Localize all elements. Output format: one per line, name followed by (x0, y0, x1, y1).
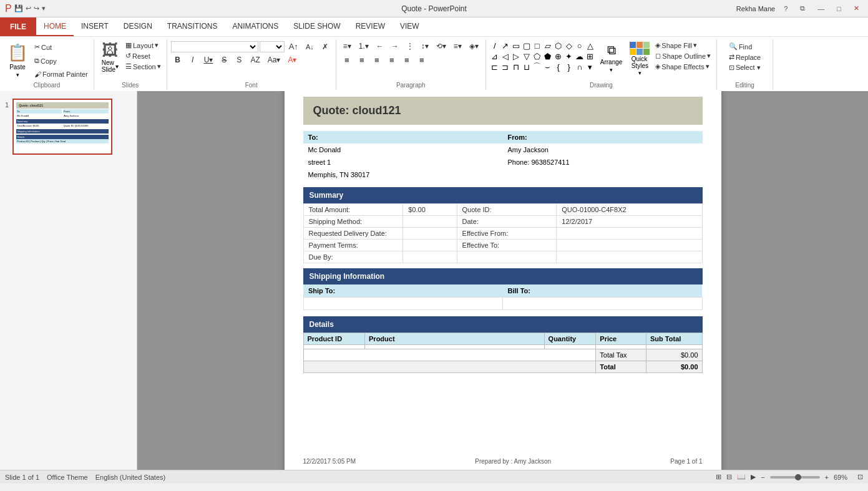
shape-round-rect[interactable]: ▢ (522, 41, 532, 51)
outdent-btn[interactable]: ← (373, 41, 387, 52)
italic-btn[interactable]: I (186, 54, 200, 66)
numbered-list-btn[interactable]: 1.▾ (356, 41, 372, 52)
bullet-list-btn[interactable]: ≡▾ (340, 41, 354, 52)
tab-file[interactable]: FILE (0, 17, 36, 36)
tab-review[interactable]: REVIEW (348, 17, 393, 36)
cut-button[interactable]: ✂ Cut (32, 42, 90, 52)
align-left-btn[interactable]: ≡ (340, 54, 354, 66)
restore-btn[interactable]: ⧉ (796, 4, 809, 12)
font-name-select[interactable] (171, 41, 258, 52)
shape-s9[interactable]: ∩ (575, 62, 585, 72)
shape-triangle[interactable]: △ (585, 41, 595, 51)
tab-slideshow[interactable]: SLIDE SHOW (286, 17, 348, 36)
shape-effects-button[interactable]: ◈ Shape Effects ▾ (653, 62, 713, 71)
canvas-area[interactable]: Quote: cloud121 To: From: Mc Donald Amy … (137, 91, 868, 470)
shape-s5[interactable]: ⌒ (532, 62, 542, 72)
fit-slide-btn[interactable]: ⊡ (857, 473, 863, 481)
shape-r2[interactable]: ◁ (500, 51, 510, 61)
shape-r1[interactable]: ⊿ (490, 51, 500, 61)
align-extra-btn[interactable]: ≡ (400, 54, 414, 66)
convert-smartart-btn[interactable]: ◈▾ (466, 41, 482, 52)
find-button[interactable]: 🔍 Find (727, 42, 754, 51)
tab-design[interactable]: DESIGN (116, 17, 160, 36)
zoom-plus-btn[interactable]: + (825, 474, 829, 481)
columns-btn[interactable]: ⋮ (403, 41, 417, 52)
close-btn[interactable]: ✕ (850, 4, 863, 12)
tab-view[interactable]: VIEW (393, 17, 427, 36)
shape-s3[interactable]: ⊓ (511, 62, 521, 72)
font-size-select[interactable] (260, 41, 285, 52)
select-button[interactable]: ⊡ Select ▾ (727, 63, 763, 72)
bold-btn[interactable]: B (171, 54, 185, 66)
clear-format-btn[interactable]: ✗ (318, 41, 332, 52)
tab-home[interactable]: HOME (36, 17, 74, 36)
zoom-slider[interactable] (770, 476, 820, 479)
shape-r9[interactable]: ☁ (575, 51, 585, 61)
undo-btn[interactable]: ↩ (26, 4, 31, 12)
tab-transitions[interactable]: TRANSITIONS (160, 17, 225, 36)
save-quick-btn[interactable]: 💾 (14, 4, 23, 12)
redo-btn[interactable]: ↪ (34, 4, 39, 12)
char-spacing-btn[interactable]: AZ (247, 54, 263, 66)
shape-s1[interactable]: ⊏ (490, 62, 500, 72)
shape-s6[interactable]: ⌣ (543, 62, 553, 72)
line-spacing-btn[interactable]: ↕▾ (418, 41, 432, 52)
shape-r3[interactable]: ▷ (511, 51, 521, 61)
replace-button[interactable]: ⇄ Replace (727, 52, 763, 62)
slideshow-btn[interactable]: ▶ (751, 473, 756, 481)
shape-r5[interactable]: ⬠ (532, 51, 542, 61)
font-color-btn[interactable]: A▾ (285, 54, 300, 66)
increase-font-btn[interactable]: A↑ (286, 41, 301, 52)
zoom-minus-btn[interactable]: − (761, 474, 764, 481)
indent-btn[interactable]: → (388, 41, 402, 52)
new-slide-button[interactable]: 🖼 NewSlide ▾ (98, 41, 122, 74)
help-btn[interactable]: ? (780, 5, 791, 12)
section-button[interactable]: ☰ Section ▾ (124, 62, 163, 71)
change-case-btn[interactable]: Aa▾ (265, 54, 284, 66)
reset-button[interactable]: ↺ Reset (124, 51, 163, 61)
shape-outline-button[interactable]: ◻ Shape Outline ▾ (653, 51, 713, 61)
shape-r10[interactable]: ⊞ (585, 51, 595, 61)
align-center-btn[interactable]: ≡ (355, 54, 369, 66)
reading-view-btn[interactable]: 📖 (737, 473, 746, 481)
tab-insert[interactable]: INSERT (74, 17, 116, 36)
quick-styles-button[interactable]: QuickStyles ▾ (627, 41, 652, 77)
slide-canvas[interactable]: Quote: cloud121 To: From: Mc Donald Amy … (285, 91, 721, 470)
shape-r7[interactable]: ⊕ (553, 51, 563, 61)
layout-button[interactable]: ▦ Layout ▾ (124, 41, 163, 50)
format-painter-button[interactable]: 🖌 Format Painter (32, 70, 90, 79)
minimize-btn[interactable]: — (814, 5, 828, 12)
text-direction-btn[interactable]: ⟲▾ (433, 41, 449, 52)
shape-s7[interactable]: { (553, 62, 563, 72)
arrange-button[interactable]: ⧉ Arrange ▾ (597, 41, 627, 75)
copy-button[interactable]: ⧉ Copy (32, 56, 90, 66)
shape-s10[interactable]: ▾ (585, 62, 595, 72)
underline-btn[interactable]: U▾ (201, 54, 217, 66)
normal-view-btn[interactable]: ⊞ (716, 473, 721, 481)
shape-s2[interactable]: ⊐ (500, 62, 510, 72)
shape-diamond[interactable]: ◇ (564, 41, 574, 51)
shape-s8[interactable]: } (564, 62, 574, 72)
quote-title[interactable]: Quote: cloud121 (303, 97, 703, 125)
decrease-font-btn[interactable]: A↓ (303, 42, 317, 52)
shape-rect2[interactable]: □ (532, 41, 542, 51)
shape-r6[interactable]: ⬟ (543, 51, 553, 61)
paste-button[interactable]: 📋 Paste ▾ (4, 41, 31, 80)
shape-rect[interactable]: ▭ (511, 41, 521, 51)
para-extra1-btn[interactable]: ≡ (415, 54, 429, 66)
strikethrough-btn[interactable]: S (217, 54, 231, 66)
shape-r4[interactable]: ▽ (522, 51, 532, 61)
shape-s4[interactable]: ⊔ (522, 62, 532, 72)
shape-r8[interactable]: ✦ (564, 51, 574, 61)
customize-btn[interactable]: ▾ (42, 4, 46, 12)
shape-parallelogram[interactable]: ▱ (543, 41, 553, 51)
shape-arrow[interactable]: ↗ (500, 41, 510, 51)
shape-fill-button[interactable]: ◈ Shape Fill ▾ (653, 41, 713, 50)
shape-cylinder[interactable]: ⬡ (553, 41, 563, 51)
text-shadow-btn[interactable]: S (232, 54, 246, 66)
align-right-btn[interactable]: ≡ (370, 54, 384, 66)
align-text-btn[interactable]: ≡▾ (451, 41, 465, 52)
shape-circle[interactable]: ○ (575, 41, 585, 51)
shape-line[interactable]: / (490, 41, 500, 51)
tab-animations[interactable]: ANIMATIONS (225, 17, 286, 36)
